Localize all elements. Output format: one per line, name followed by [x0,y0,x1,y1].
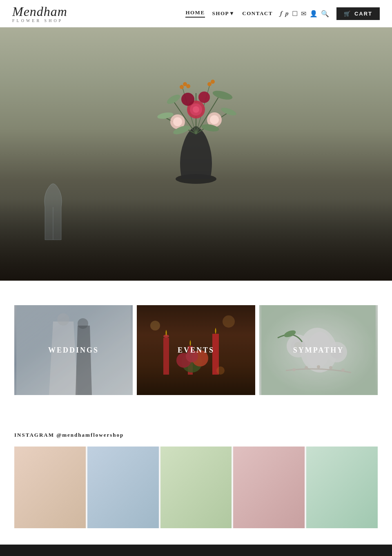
hero-floral-arrangement [125,60,267,203]
sympathy-label: SYMPATHY [259,305,378,395]
account-icon[interactable]: 👤 [310,10,318,18]
weddings-label: WEDDINGS [14,305,133,395]
logo[interactable]: Mendham FLOWER SHOP [12,4,67,23]
hero-section [0,27,392,281]
instagram-feed [14,447,378,528]
svg-point-8 [165,93,181,106]
search-icon[interactable]: 🔍 [321,10,329,18]
email-icon[interactable]: ✉ [301,10,306,18]
svg-point-17 [210,115,219,124]
site-footer: INFO ABOUT US DELIVERY AREAS FAQ GET TO … [0,545,392,556]
cart-icon: 🛒 [344,11,351,17]
category-grid: WEDDINGS [14,305,378,395]
instagram-photo-4[interactable] [233,447,305,528]
site-header: Mendham FLOWER SHOP HOME SHOP▼ CONTACT 𝒇… [0,0,392,27]
nav-contact[interactable]: CONTACT [242,10,273,17]
social-icons: 𝒇 𝒑 ☐ ✉ 👤 🔍 [280,10,329,18]
svg-point-19 [198,92,210,103]
cart-label: CART [354,11,372,17]
nav-shop[interactable]: SHOP▼ [212,10,235,17]
nav-home[interactable]: HOME [185,9,205,18]
instagram-icon[interactable]: ☐ [292,10,298,18]
events-label: EVENTS [137,305,255,395]
category-section: WEDDINGS [0,281,392,411]
pinterest-icon[interactable]: 𝒑 [285,10,289,17]
svg-point-25 [212,89,234,101]
svg-point-18 [181,93,194,106]
svg-point-20 [180,85,184,89]
facebook-icon[interactable]: 𝒇 [280,10,282,17]
instagram-photo-1[interactable] [14,447,86,528]
logo-name: Mendham [12,4,67,19]
svg-point-23 [207,82,212,86]
logo-subtitle: FLOWER SHOP [12,18,63,23]
instagram-photo-5[interactable] [306,447,378,528]
instagram-photo-2[interactable] [87,447,159,528]
main-nav: HOME SHOP▼ CONTACT 𝒇 𝒑 ☐ ✉ 👤 🔍 🛒 CART [185,7,380,20]
svg-point-22 [186,84,190,88]
hero-glasses-left [33,166,114,248]
category-sympathy[interactable]: SYMPATHY [259,305,378,395]
svg-point-24 [211,80,215,84]
instagram-title[interactable]: INSTAGRAM @mendhamflowershop [14,432,378,438]
instagram-photo-3[interactable] [160,447,232,528]
svg-point-10 [220,106,237,117]
category-weddings[interactable]: WEDDINGS [14,305,133,395]
instagram-section: INSTAGRAM @mendhamflowershop [0,411,392,545]
svg-point-15 [173,117,182,126]
category-events[interactable]: EVENTS [137,305,255,395]
svg-point-13 [193,106,199,113]
cart-button[interactable]: 🛒 CART [336,7,380,20]
hero-content [0,27,392,281]
